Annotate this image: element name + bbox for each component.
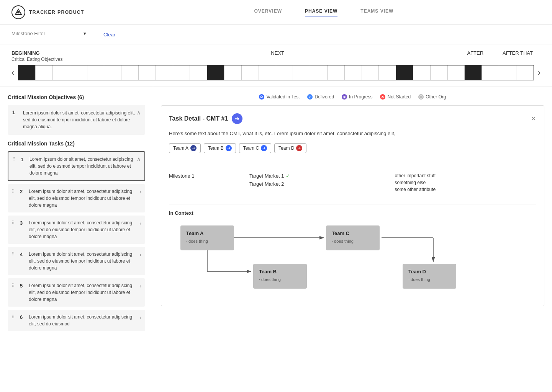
objective-item-1: 1 Lorem ipsum dolor sit amet, consectetu… bbox=[8, 105, 145, 135]
milestone-targets: Target Market 1 ✓ Target Market 2 bbox=[249, 173, 391, 192]
svg-point-0 bbox=[17, 11, 20, 13]
team-tag-icon-3: ➔ bbox=[296, 145, 302, 151]
objectives-section-title: Critical Mission Objectives (6) bbox=[8, 94, 145, 100]
milestone-filter-input[interactable] bbox=[11, 31, 80, 36]
milestone-filter-wrapper: ▾ bbox=[11, 31, 96, 38]
timeline-cell-6 bbox=[121, 65, 139, 80]
svg-rect-7 bbox=[326, 225, 380, 250]
drag-handle-4: ⠿ bbox=[11, 252, 15, 257]
team-tags: Team A ➔ Team B ➔ Team C ➔ Team D ➔ bbox=[169, 143, 536, 153]
legend-label-validated: Validated in Test bbox=[266, 94, 300, 100]
legend-label-inprogress: In Progress bbox=[349, 94, 372, 100]
team-tag-label-3: Team D bbox=[278, 145, 294, 151]
tab-teams-view[interactable]: TEAMS VIEW bbox=[360, 8, 393, 16]
team-tag-team-a[interactable]: Team A ➔ bbox=[169, 143, 201, 153]
objective-number-1: 1 bbox=[12, 109, 15, 115]
team-tag-label-1: Team B bbox=[208, 145, 224, 151]
timeline-cell-27 bbox=[482, 65, 499, 80]
objective-text-1: Lorem ipsum dolor sit amet, consectetur … bbox=[23, 109, 137, 130]
timeline-cell-11 bbox=[207, 65, 224, 80]
task-description: Here's some text about the CMT, what it … bbox=[169, 130, 536, 137]
legend-item-inprogress: ◉ In Progress bbox=[342, 94, 372, 100]
svg-text:Team A: Team A bbox=[186, 230, 204, 236]
left-panel: Critical Mission Objectives (6) 1 Lorem … bbox=[0, 87, 153, 392]
checkmark-icon: ✓ bbox=[286, 173, 290, 179]
timeline-cell-28 bbox=[499, 65, 516, 80]
task-item-4[interactable]: ⠿ 4 Lorem ipsum dolor sit amet, consecte… bbox=[8, 247, 145, 275]
drag-handle-6: ⠿ bbox=[11, 314, 15, 320]
legend-dot-delivered: ✔ bbox=[307, 94, 313, 100]
task-number-4: 4 bbox=[20, 252, 23, 257]
close-button[interactable]: ✕ bbox=[531, 114, 536, 123]
team-tag-team-b[interactable]: Team B ➔ bbox=[204, 143, 236, 153]
task-item-6[interactable]: ⠿ 6 Lorem ipsum dolor sit amet, consecte… bbox=[8, 310, 145, 331]
task-text-1: Lorem ipsum dolor sit amet, consectetur … bbox=[29, 156, 137, 176]
timeline-next-arrow[interactable]: › bbox=[538, 68, 541, 78]
chevron-icon-2[interactable]: › bbox=[139, 220, 141, 226]
task-text-4: Lorem ipsum dolor sit amet, consectetur … bbox=[29, 251, 136, 271]
attr-2: something else bbox=[395, 180, 537, 185]
timeline-cell-23 bbox=[413, 65, 431, 80]
clear-filter-link[interactable]: Clear bbox=[103, 32, 115, 38]
chevron-icon-4[interactable]: › bbox=[139, 283, 141, 289]
team-tag-team-d[interactable]: Team D ➔ bbox=[274, 143, 306, 153]
context-svg: Team A · does thing Team B · does thing … bbox=[169, 222, 475, 298]
attr-3: some other attribute bbox=[395, 187, 537, 192]
svg-text:· does thing: · does thing bbox=[259, 277, 281, 282]
timeline-cell-16 bbox=[293, 65, 310, 80]
phase-after-label: AFTER bbox=[467, 50, 483, 56]
legend: ✪ Validated in Test ✔ Delivered ◉ In Pro… bbox=[161, 94, 544, 100]
tab-phase-view[interactable]: PHASE VIEW bbox=[305, 8, 337, 16]
svg-rect-1 bbox=[180, 225, 234, 250]
timeline-cell-26 bbox=[465, 65, 482, 80]
timeline-cell-14 bbox=[259, 65, 276, 80]
legend-item-otherorg: ◯ Other Org bbox=[418, 94, 446, 100]
task-detail-title-text: Task Detail - CMT #1 bbox=[169, 115, 228, 122]
logo-text: TRACKER PRODUCT bbox=[29, 10, 84, 15]
timeline-cell-12 bbox=[224, 65, 242, 80]
task-item-3[interactable]: ⠿ 3 Lorem ipsum dolor sit amet, consecte… bbox=[8, 216, 145, 244]
chevron-icon-3[interactable]: › bbox=[139, 252, 141, 258]
timeline-cell-13 bbox=[242, 65, 259, 80]
tasks-section-title: Critical Mission Tasks (12) bbox=[8, 140, 145, 147]
task-list: ⠿ 1 Lorem ipsum dolor sit amet, consecte… bbox=[8, 151, 145, 331]
task-item-5[interactable]: ⠿ 5 Lorem ipsum dolor sit amet, consecte… bbox=[8, 278, 145, 307]
nav-tabs: OVERVIEW PHASE VIEW TEAMS VIEW bbox=[254, 8, 394, 16]
task-number-1: 1 bbox=[21, 157, 23, 162]
svg-rect-10 bbox=[403, 264, 456, 289]
task-item-2[interactable]: ⠿ 2 Lorem ipsum dolor sit amet, consecte… bbox=[8, 184, 145, 212]
timeline-cell-7 bbox=[139, 65, 156, 80]
chevron-icon-0[interactable]: ∧ bbox=[137, 156, 141, 162]
tab-overview[interactable]: OVERVIEW bbox=[254, 8, 282, 16]
legend-dot-otherorg: ◯ bbox=[418, 94, 424, 100]
chevron-up-icon[interactable]: ∧ bbox=[137, 109, 141, 116]
task-detail-arrow-icon[interactable]: ➔ bbox=[232, 113, 242, 124]
task-text-3: Lorem ipsum dolor sit amet, consectetur … bbox=[29, 219, 136, 240]
target-2-text: Target Market 2 bbox=[249, 181, 391, 187]
team-tag-icon-2: ➔ bbox=[261, 145, 267, 151]
drag-handle-2: ⠿ bbox=[11, 189, 15, 194]
team-tag-team-c[interactable]: Team C ➔ bbox=[239, 143, 271, 153]
team-tag-icon-1: ➔ bbox=[226, 145, 232, 151]
legend-label-notstarted: Not Started bbox=[387, 94, 411, 100]
logo-icon bbox=[11, 5, 25, 19]
legend-item-validated: ✪ Validated in Test bbox=[259, 94, 300, 100]
chevron-icon-1[interactable]: › bbox=[139, 189, 141, 195]
dropdown-arrow-icon[interactable]: ▾ bbox=[84, 31, 86, 36]
legend-dot-notstarted: ✖ bbox=[380, 94, 385, 100]
svg-text:Team B: Team B bbox=[259, 269, 277, 274]
context-title: In Context bbox=[169, 210, 536, 216]
chevron-icon-5[interactable]: › bbox=[139, 314, 141, 320]
legend-label-otherorg: Other Org bbox=[426, 94, 446, 100]
phase-section: BEGINNING Critical Eating Objectives NEX… bbox=[0, 44, 552, 87]
phase-beginning-label: BEGINNING bbox=[11, 50, 88, 56]
drag-handle-1: ⠿ bbox=[12, 157, 16, 162]
timeline-prev-arrow[interactable]: ‹ bbox=[11, 68, 14, 78]
task-detail-header: Task Detail - CMT #1 ➔ ✕ bbox=[169, 113, 536, 124]
task-item-1[interactable]: ⠿ 1 Lorem ipsum dolor sit amet, consecte… bbox=[8, 151, 145, 181]
timeline-cell-29 bbox=[516, 65, 534, 80]
phase-afterthat-label: AFTER THAT bbox=[503, 50, 533, 56]
legend-item-notstarted: ✖ Not Started bbox=[380, 94, 411, 100]
timeline-cell-17 bbox=[310, 65, 328, 80]
svg-text:· does thing: · does thing bbox=[408, 277, 430, 282]
